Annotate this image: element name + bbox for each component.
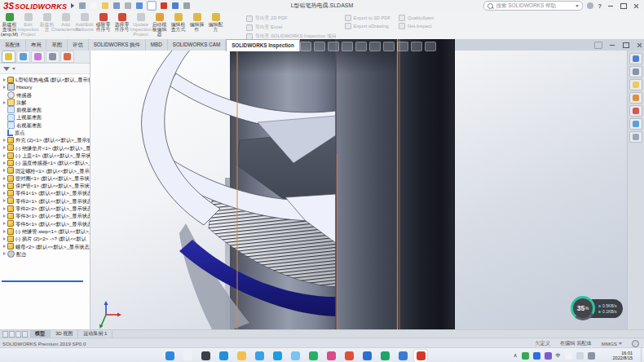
shield-tray-icon[interactable]: [533, 352, 540, 360]
tree-filter[interactable]: [0, 64, 90, 74]
expand-arrow-icon[interactable]: [2, 230, 7, 233]
remove-balloons-button[interactable]: 移除零件序号: [94, 12, 112, 38]
add-edit-balloons-button[interactable]: Add/Edit Balloons: [75, 12, 94, 38]
tree-item[interactable]: 螺母<2> (默认<<默认>_显示状态: [0, 243, 90, 250]
tree-item[interactable]: 上视基准面: [0, 113, 90, 121]
tree-item[interactable]: 零件2<2> (默认<<默认>_显示状态: [0, 205, 90, 212]
new-inspection-project-button[interactable]: 新建检查项目 (amp;M): [0, 12, 19, 38]
edge-icon[interactable]: [217, 350, 230, 362]
tree-item[interactable]: 前视基准面: [0, 106, 90, 113]
search-dropdown-icon[interactable]: [576, 5, 579, 7]
ime-indicator[interactable]: 中: [556, 352, 562, 360]
tree-item[interactable]: 传感器: [0, 91, 90, 99]
home-icon[interactable]: [78, 2, 86, 10]
pane-split-controls[interactable]: [2, 331, 28, 338]
tree-item[interactable]: 密封圈<1> (默认<<默认>_显示状: [0, 174, 90, 182]
appearances-scenes-icon[interactable]: [629, 105, 642, 117]
tab-solidworks-cam[interactable]: SOLIDWORKS CAM: [168, 39, 226, 51]
save-icon[interactable]: [112, 2, 121, 10]
expand-arrow-icon[interactable]: [2, 199, 7, 202]
file-properties-icon[interactable]: [171, 2, 179, 10]
previous-view-icon[interactable]: [328, 42, 339, 51]
task-view-button[interactable]: [199, 350, 212, 362]
display-style-icon[interactable]: [369, 42, 381, 51]
tree-item[interactable]: (-) 上盖<1> (默认<<默认>_显示状: [0, 152, 90, 159]
tab-layout[interactable]: 布局: [26, 39, 47, 51]
propertymanager-tab[interactable]: [16, 51, 30, 63]
edit-recipe-button[interactable]: 编辑配方: [206, 12, 225, 38]
touch-keyboard-icon[interactable]: [565, 352, 572, 360]
expand-arrow-icon[interactable]: [2, 177, 7, 180]
units-selector[interactable]: MMGS: [602, 341, 617, 347]
custom-properties-icon[interactable]: [629, 118, 642, 130]
doc-close-button[interactable]: [635, 42, 644, 49]
tree-item[interactable]: 零件5<1> (默认<<默认>_显示状态: [0, 220, 90, 227]
tab-solidworks-inspection[interactable]: SOLIDWORKS Inspection: [226, 39, 300, 51]
tab-mbd[interactable]: MBD: [146, 39, 168, 51]
apply-scene-icon[interactable]: [411, 42, 422, 51]
expand-arrow-icon[interactable]: [2, 146, 7, 149]
tree-item[interactable]: 保护管<1> (默认<<默认>_显示状: [0, 182, 90, 189]
graphics-viewport[interactable]: 0.5KB/s 0.1KB/s 35%: [90, 39, 628, 329]
store-icon[interactable]: [271, 350, 284, 362]
expand-arrow-icon[interactable]: [2, 161, 7, 165]
tab-sketch[interactable]: 草图: [46, 39, 68, 51]
show-desktop-button[interactable]: [641, 348, 644, 362]
w-app-icon[interactable]: [396, 350, 409, 362]
tree-item[interactable]: (-) 插片 (2)<2> ->? (默认<<默认: [0, 235, 90, 242]
file-explorer-icon[interactable]: [235, 350, 248, 362]
displaymanager-tab[interactable]: [60, 51, 74, 63]
options-gear-icon[interactable]: [183, 2, 191, 10]
expand-arrow-icon[interactable]: [2, 214, 7, 218]
expand-arrow-icon[interactable]: [2, 86, 7, 89]
edit-appearance-icon[interactable]: [397, 42, 408, 51]
tree-item[interactable]: 右视基准面: [0, 121, 90, 129]
vpn-tray-icon[interactable]: [545, 352, 552, 360]
display-tray-icon[interactable]: [576, 352, 584, 360]
section-view-icon[interactable]: [342, 42, 353, 51]
search-button[interactable]: [181, 350, 194, 362]
tab-assembly[interactable]: 装配体: [0, 39, 26, 51]
tree-item[interactable]: 注解: [0, 99, 90, 106]
tree-item[interactable]: 零件1<1> (默认<<默认>_显示状态: [0, 189, 90, 196]
tab-solidworks-addins[interactable]: SOLIDWORKS 插件: [89, 39, 146, 51]
tree-item[interactable]: 零件2<1> (默认<<默认>_显示状态: [0, 197, 90, 205]
menu-flyout-arrow[interactable]: [71, 3, 74, 8]
design-library-icon[interactable]: [629, 66, 642, 77]
expand-arrow-icon[interactable]: [2, 192, 7, 195]
expand-arrow-icon[interactable]: [2, 78, 7, 82]
login-icon[interactable]: [587, 2, 593, 9]
select-balloons-button[interactable]: 选择零件序号: [112, 12, 131, 38]
doc-restore-button[interactable]: [621, 42, 630, 49]
doc-restore-icon[interactable]: [594, 42, 602, 49]
add-characteristic-button[interactable]: Add Characteristic: [56, 12, 75, 38]
solidworks-resources-icon[interactable]: [629, 53, 642, 64]
zoom-fit-icon[interactable]: [300, 42, 311, 51]
help-button[interactable]: ?: [598, 2, 602, 10]
expand-arrow-icon[interactable]: [2, 237, 7, 241]
tree-item[interactable]: 原点: [0, 129, 90, 136]
close-button[interactable]: [632, 2, 641, 10]
solidworks-forum-icon[interactable]: [629, 131, 642, 143]
tree-item[interactable]: (-) 绝缘垫片<1> (默认<<默认>_显: [0, 144, 90, 152]
filter-dropdown-icon[interactable]: [12, 68, 15, 70]
solidworks-taskbar-icon[interactable]: [414, 350, 427, 362]
edit-inspection-project-button[interactable]: Edit Inspection Project: [19, 12, 37, 38]
tree-item[interactable]: (-) 绝缘管.step<1> (默认<<默认>_: [0, 227, 90, 235]
open-folder-icon[interactable]: [101, 2, 109, 10]
tree-item[interactable]: 固定螺栓<1> (默认<<默认>_显示: [0, 167, 90, 174]
view-orientation-icon[interactable]: [355, 42, 367, 51]
expand-arrow-icon[interactable]: [2, 252, 7, 255]
expand-arrow-icon[interactable]: [2, 245, 7, 248]
configurationmanager-tab[interactable]: [31, 51, 45, 63]
tree-item[interactable]: L型铅笔热电偶 (默认<默认_显示状态-1>: [0, 76, 90, 83]
tab-evaluate[interactable]: 评估: [68, 39, 89, 51]
expand-arrow-icon[interactable]: [2, 101, 7, 104]
expand-arrow-icon[interactable]: [2, 139, 7, 142]
volume-tray-icon[interactable]: [588, 352, 595, 360]
tree-item[interactable]: History: [0, 83, 90, 90]
network-speed-widget[interactable]: 0.5KB/s 0.1KB/s 35%: [571, 296, 624, 320]
expand-arrow-icon[interactable]: [2, 222, 7, 225]
tree-item[interactable]: 外壳 (2)<1> (默认<<默认>_显示状: [0, 136, 90, 143]
undo-icon[interactable]: [135, 2, 143, 10]
